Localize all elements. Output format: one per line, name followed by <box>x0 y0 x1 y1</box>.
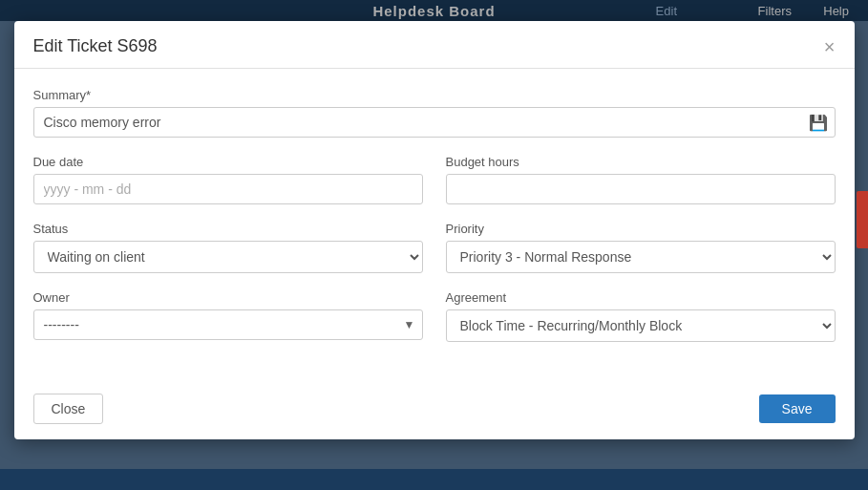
status-select[interactable]: Waiting on client Open Closed Resolved <box>33 241 423 273</box>
budget-hours-label: Budget hours <box>446 155 836 169</box>
status-label: Status <box>33 222 423 236</box>
save-icon[interactable]: 💾 <box>809 114 828 132</box>
summary-input[interactable] <box>33 107 836 138</box>
agreement-col: Agreement Block Time - Recurring/Monthly… <box>446 290 836 342</box>
summary-group: Summary* 💾 <box>33 88 836 138</box>
due-date-col: Due date <box>33 155 423 204</box>
modal-body: Summary* 💾 Due date Budget hours <box>14 69 855 378</box>
modal-title: Edit Ticket S698 <box>33 36 158 56</box>
due-date-input[interactable] <box>33 174 423 204</box>
owner-agreement-row: Owner ▼ Agreement Block Time - Recurring… <box>33 290 836 342</box>
due-date-label: Due date <box>33 155 423 169</box>
modal-dialog: Edit Ticket S698 × Summary* 💾 Due date B <box>14 21 855 439</box>
budget-hours-input[interactable] <box>446 174 836 204</box>
status-priority-row: Status Waiting on client Open Closed Res… <box>33 222 836 273</box>
bottom-bar <box>0 469 868 490</box>
status-col: Status Waiting on client Open Closed Res… <box>33 222 423 273</box>
owner-col: Owner ▼ <box>33 290 423 342</box>
close-button[interactable]: Close <box>33 394 104 424</box>
modal-header: Edit Ticket S698 × <box>14 21 855 69</box>
due-budget-row: Due date Budget hours <box>33 155 836 204</box>
priority-label: Priority <box>446 222 836 236</box>
agreement-select[interactable]: Block Time - Recurring/Monthly Block Non… <box>446 309 836 342</box>
budget-hours-col: Budget hours <box>446 155 836 204</box>
priority-select[interactable]: Priority 3 - Normal Response Priority 1 … <box>446 241 836 273</box>
agreement-label: Agreement <box>446 290 836 305</box>
save-button[interactable]: Save <box>759 394 836 423</box>
priority-col: Priority Priority 3 - Normal Response Pr… <box>446 222 836 273</box>
modal-close-button[interactable]: × <box>824 37 836 56</box>
owner-input[interactable] <box>33 309 423 340</box>
modal-overlay: Edit Ticket S698 × Summary* 💾 Due date B <box>0 0 868 490</box>
side-tab <box>857 191 868 248</box>
summary-wrapper: 💾 <box>33 107 836 138</box>
owner-wrapper: ▼ <box>33 309 423 340</box>
owner-label: Owner <box>33 290 423 305</box>
modal-footer: Close Save <box>14 378 855 439</box>
summary-label: Summary* <box>33 88 836 102</box>
